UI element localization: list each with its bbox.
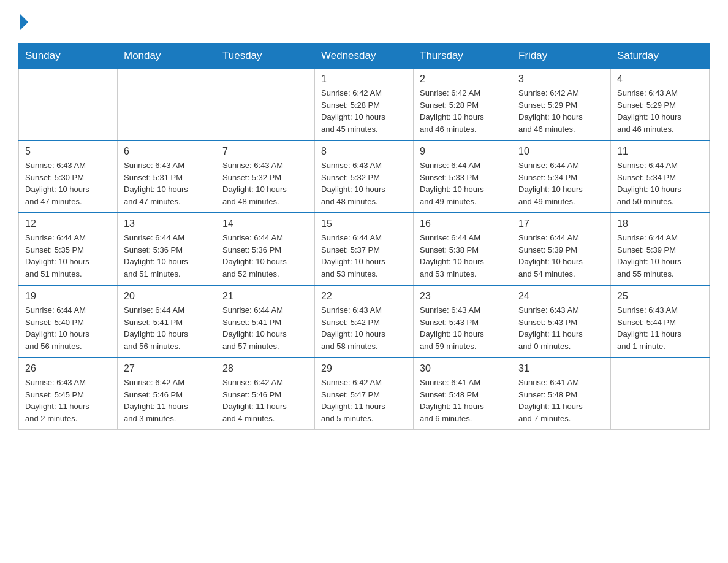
day-info: Sunrise: 6:43 AMSunset: 5:29 PMDaylight:… [617, 87, 703, 135]
column-header-wednesday: Wednesday [315, 44, 414, 69]
day-number: 3 [518, 74, 604, 85]
day-info: Sunrise: 6:43 AMSunset: 5:30 PMDaylight:… [25, 159, 111, 207]
calendar-week-row: 12Sunrise: 6:44 AMSunset: 5:35 PMDayligh… [19, 213, 710, 285]
day-info: Sunrise: 6:42 AMSunset: 5:28 PMDaylight:… [420, 87, 506, 135]
day-info: Sunrise: 6:41 AMSunset: 5:48 PMDaylight:… [420, 377, 506, 424]
calendar-cell: 29Sunrise: 6:42 AMSunset: 5:47 PMDayligh… [315, 358, 414, 430]
calendar-cell: 26Sunrise: 6:43 AMSunset: 5:45 PMDayligh… [19, 358, 118, 430]
day-info: Sunrise: 6:44 AMSunset: 5:40 PMDaylight:… [25, 304, 111, 352]
calendar-cell [216, 69, 315, 141]
day-info: Sunrise: 6:44 AMSunset: 5:37 PMDaylight:… [321, 232, 407, 280]
day-number: 9 [420, 146, 506, 157]
day-number: 26 [25, 363, 111, 374]
day-info: Sunrise: 6:44 AMSunset: 5:33 PMDaylight:… [420, 159, 506, 207]
day-number: 22 [321, 291, 407, 302]
calendar-week-row: 26Sunrise: 6:43 AMSunset: 5:45 PMDayligh… [19, 358, 710, 430]
day-info: Sunrise: 6:42 AMSunset: 5:46 PMDaylight:… [222, 377, 308, 424]
calendar-cell: 12Sunrise: 6:44 AMSunset: 5:35 PMDayligh… [19, 213, 118, 285]
logo [18, 12, 28, 31]
calendar-cell: 5Sunrise: 6:43 AMSunset: 5:30 PMDaylight… [19, 140, 118, 213]
day-number: 21 [222, 291, 308, 302]
day-number: 23 [420, 291, 506, 302]
day-info: Sunrise: 6:43 AMSunset: 5:42 PMDaylight:… [321, 304, 407, 352]
day-number: 18 [617, 218, 703, 229]
day-number: 5 [25, 146, 111, 157]
calendar-cell: 24Sunrise: 6:43 AMSunset: 5:43 PMDayligh… [512, 285, 611, 358]
day-number: 11 [617, 146, 703, 157]
day-number: 2 [420, 74, 506, 85]
calendar-cell: 14Sunrise: 6:44 AMSunset: 5:36 PMDayligh… [216, 213, 315, 285]
day-number: 17 [518, 218, 604, 229]
day-info: Sunrise: 6:43 AMSunset: 5:45 PMDaylight:… [25, 377, 111, 424]
calendar-cell: 23Sunrise: 6:43 AMSunset: 5:43 PMDayligh… [414, 285, 512, 358]
calendar-table: SundayMondayTuesdayWednesdayThursdayFrid… [18, 43, 710, 430]
day-info: Sunrise: 6:42 AMSunset: 5:28 PMDaylight:… [321, 87, 407, 135]
calendar-cell: 11Sunrise: 6:44 AMSunset: 5:34 PMDayligh… [611, 140, 710, 213]
day-number: 12 [25, 218, 111, 229]
day-info: Sunrise: 6:43 AMSunset: 5:31 PMDaylight:… [124, 159, 210, 207]
day-info: Sunrise: 6:41 AMSunset: 5:48 PMDaylight:… [518, 377, 604, 424]
page-header [18, 12, 710, 31]
day-number: 31 [518, 363, 604, 374]
calendar-cell: 1Sunrise: 6:42 AMSunset: 5:28 PMDaylight… [315, 69, 414, 141]
day-info: Sunrise: 6:44 AMSunset: 5:36 PMDaylight:… [222, 232, 308, 280]
day-number: 13 [124, 218, 210, 229]
column-header-friday: Friday [512, 44, 611, 69]
calendar-cell: 20Sunrise: 6:44 AMSunset: 5:41 PMDayligh… [118, 285, 216, 358]
day-number: 19 [25, 291, 111, 302]
calendar-cell: 16Sunrise: 6:44 AMSunset: 5:38 PMDayligh… [414, 213, 512, 285]
calendar-cell: 3Sunrise: 6:42 AMSunset: 5:29 PMDaylight… [512, 69, 611, 141]
calendar-cell: 19Sunrise: 6:44 AMSunset: 5:40 PMDayligh… [19, 285, 118, 358]
day-info: Sunrise: 6:44 AMSunset: 5:35 PMDaylight:… [25, 232, 111, 280]
calendar-cell: 7Sunrise: 6:43 AMSunset: 5:32 PMDaylight… [216, 140, 315, 213]
day-info: Sunrise: 6:42 AMSunset: 5:29 PMDaylight:… [518, 87, 604, 135]
calendar-cell: 4Sunrise: 6:43 AMSunset: 5:29 PMDaylight… [611, 69, 710, 141]
day-number: 25 [617, 291, 703, 302]
calendar-cell: 31Sunrise: 6:41 AMSunset: 5:48 PMDayligh… [512, 358, 611, 430]
day-number: 28 [222, 363, 308, 374]
column-header-thursday: Thursday [414, 44, 512, 69]
calendar-cell [19, 69, 118, 141]
day-info: Sunrise: 6:43 AMSunset: 5:43 PMDaylight:… [420, 304, 506, 352]
day-info: Sunrise: 6:43 AMSunset: 5:32 PMDaylight:… [222, 159, 308, 207]
day-number: 4 [617, 74, 703, 85]
day-info: Sunrise: 6:44 AMSunset: 5:41 PMDaylight:… [124, 304, 210, 352]
day-number: 10 [518, 146, 604, 157]
calendar-cell: 13Sunrise: 6:44 AMSunset: 5:36 PMDayligh… [118, 213, 216, 285]
calendar-cell: 15Sunrise: 6:44 AMSunset: 5:37 PMDayligh… [315, 213, 414, 285]
column-header-saturday: Saturday [611, 44, 710, 69]
day-info: Sunrise: 6:44 AMSunset: 5:38 PMDaylight:… [420, 232, 506, 280]
column-header-tuesday: Tuesday [216, 44, 315, 69]
day-info: Sunrise: 6:43 AMSunset: 5:43 PMDaylight:… [518, 304, 604, 352]
calendar-cell: 28Sunrise: 6:42 AMSunset: 5:46 PMDayligh… [216, 358, 315, 430]
column-header-monday: Monday [118, 44, 216, 69]
day-number: 6 [124, 146, 210, 157]
day-number: 1 [321, 74, 407, 85]
calendar-cell: 2Sunrise: 6:42 AMSunset: 5:28 PMDaylight… [414, 69, 512, 141]
calendar-cell: 6Sunrise: 6:43 AMSunset: 5:31 PMDaylight… [118, 140, 216, 213]
calendar-cell: 9Sunrise: 6:44 AMSunset: 5:33 PMDaylight… [414, 140, 512, 213]
calendar-cell: 25Sunrise: 6:43 AMSunset: 5:44 PMDayligh… [611, 285, 710, 358]
day-info: Sunrise: 6:44 AMSunset: 5:36 PMDaylight:… [124, 232, 210, 280]
calendar-cell: 30Sunrise: 6:41 AMSunset: 5:48 PMDayligh… [414, 358, 512, 430]
day-info: Sunrise: 6:43 AMSunset: 5:32 PMDaylight:… [321, 159, 407, 207]
day-info: Sunrise: 6:44 AMSunset: 5:39 PMDaylight:… [518, 232, 604, 280]
calendar-cell [611, 358, 710, 430]
day-info: Sunrise: 6:42 AMSunset: 5:47 PMDaylight:… [321, 377, 407, 424]
day-number: 7 [222, 146, 308, 157]
day-number: 24 [518, 291, 604, 302]
column-header-sunday: Sunday [19, 44, 118, 69]
day-number: 16 [420, 218, 506, 229]
calendar-week-row: 5Sunrise: 6:43 AMSunset: 5:30 PMDaylight… [19, 140, 710, 213]
logo-arrow-icon [20, 13, 28, 31]
day-number: 8 [321, 146, 407, 157]
day-number: 27 [124, 363, 210, 374]
day-info: Sunrise: 6:44 AMSunset: 5:34 PMDaylight:… [617, 159, 703, 207]
day-info: Sunrise: 6:44 AMSunset: 5:41 PMDaylight:… [222, 304, 308, 352]
calendar-cell: 17Sunrise: 6:44 AMSunset: 5:39 PMDayligh… [512, 213, 611, 285]
calendar-week-row: 19Sunrise: 6:44 AMSunset: 5:40 PMDayligh… [19, 285, 710, 358]
day-info: Sunrise: 6:44 AMSunset: 5:34 PMDaylight:… [518, 159, 604, 207]
day-info: Sunrise: 6:42 AMSunset: 5:46 PMDaylight:… [124, 377, 210, 424]
day-number: 14 [222, 218, 308, 229]
calendar-cell: 18Sunrise: 6:44 AMSunset: 5:39 PMDayligh… [611, 213, 710, 285]
